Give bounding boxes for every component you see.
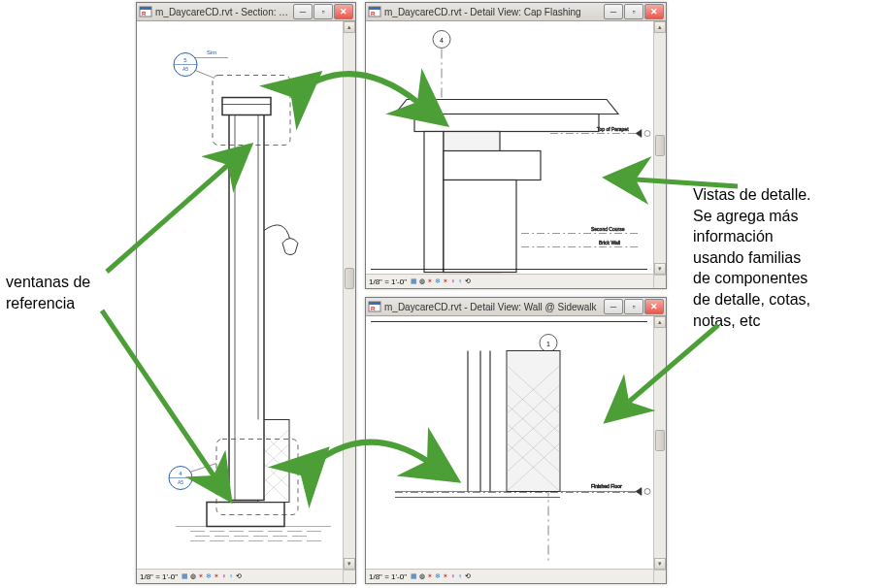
maximize-button[interactable]: ▫ [624,299,643,314]
svg-rect-34 [229,114,264,501]
scrollbar-vertical[interactable]: ▴ ▾ [653,316,666,570]
statusbar-cap: 1/8" = 1'-0" ▦◍✶❄✶♀♀⟲ [366,274,653,288]
svg-rect-59 [414,114,599,132]
scale-text: 1/8" = 1'-0" [140,572,178,581]
wall-drawing: 1 Finished Floor [366,316,653,570]
titlebar-cap[interactable]: R m_DaycareCD.rvt - Detail View: Cap Fla… [366,3,666,21]
scrollbar-vertical[interactable]: ▴ ▾ [343,21,355,570]
svg-rect-73 [369,302,380,305]
wall-viewport[interactable]: 1 Finished Floor [366,316,653,570]
svg-text:1: 1 [546,341,550,347]
resize-corner[interactable] [653,570,666,583]
scale-text: 1/8" = 1'-0" [369,572,407,581]
revit-icon: R [139,5,152,18]
scroll-thumb[interactable] [655,135,665,156]
resize-corner[interactable] [653,275,666,288]
window-detail-cap: R m_DaycareCD.rvt - Detail View: Cap Fla… [365,2,667,289]
cap-viewport[interactable]: 4 Top of Parapet Second Course Bric [366,21,653,275]
svg-text:R: R [371,11,376,16]
scroll-up-icon[interactable]: ▴ [654,316,666,328]
view-control-bar[interactable]: ▦◍✶❄✶♀♀⟲ [411,572,471,580]
svg-text:R: R [142,11,147,16]
revit-icon: R [368,300,381,313]
title-section: m_DaycareCD.rvt - Section: Ty... [155,7,292,17]
title-wall: m_DaycareCD.rvt - Detail View: Wall @ Si… [384,302,603,312]
svg-rect-24 [207,503,284,527]
resize-corner[interactable] [343,570,355,583]
svg-text:Top of Parapet: Top of Parapet [597,126,629,132]
title-cap: m_DaycareCD.rvt - Detail View: Cap Flash… [384,7,603,17]
svg-line-51 [190,464,216,473]
cap-drawing: 4 Top of Parapet Second Course Bric [366,21,653,275]
window-detail-wall: R m_DaycareCD.rvt - Detail View: Wall @ … [365,297,667,584]
svg-rect-60 [424,132,444,273]
svg-rect-82 [507,351,560,492]
annotation-right-text: Vistas de detalle. Se agrega más informa… [693,186,811,329]
scroll-thumb[interactable] [655,430,665,451]
scroll-up-icon[interactable]: ▴ [344,21,355,33]
minimize-button[interactable]: ─ [604,299,623,314]
annotation-right: Vistas de detalle. Se agrega más informa… [693,184,882,331]
titlebar-section[interactable]: R m_DaycareCD.rvt - Section: Ty... ─ ▫ ✕ [137,3,355,21]
scrollbar-vertical[interactable]: ▴ ▾ [653,21,666,275]
svg-text:A5: A5 [182,66,188,72]
svg-text:Brick Wall: Brick Wall [599,240,620,245]
close-button[interactable]: ✕ [644,4,664,19]
section-viewport[interactable]: 5 A5 Sim 4 A5 [137,21,343,570]
revit-icon: R [368,5,381,18]
scale-text: 1/8" = 1'-0" [369,278,407,286]
scroll-down-icon[interactable]: ▾ [654,558,666,570]
close-button[interactable]: ✕ [644,299,664,314]
scroll-up-icon[interactable]: ▴ [654,21,666,33]
svg-point-66 [644,131,650,137]
maximize-button[interactable]: ▫ [624,4,643,19]
view-control-bar[interactable]: ▦◍✶❄✶♀♀⟲ [411,278,471,285]
scroll-down-icon[interactable]: ▾ [344,558,355,570]
scroll-down-icon[interactable]: ▾ [654,263,666,275]
svg-rect-1 [140,7,151,10]
svg-text:A5: A5 [178,479,183,485]
annotation-left-text: ventanas de referencia [6,274,90,311]
window-section: R m_DaycareCD.rvt - Section: Ty... ─ ▫ ✕ [136,2,356,584]
svg-text:Sim: Sim [207,49,216,55]
titlebar-wall[interactable]: R m_DaycareCD.rvt - Detail View: Wall @ … [366,298,666,316]
svg-point-96 [644,489,650,495]
svg-rect-62 [444,151,541,180]
svg-text:Second Course: Second Course [591,226,625,232]
minimize-button[interactable]: ─ [293,4,313,19]
scroll-thumb[interactable] [345,268,354,289]
svg-text:4: 4 [440,37,444,44]
close-button[interactable]: ✕ [334,4,353,19]
statusbar-wall: 1/8" = 1'-0" ▦◍✶❄✶♀♀⟲ [366,569,653,583]
svg-rect-63 [444,180,516,273]
svg-rect-54 [369,7,380,10]
minimize-button[interactable]: ─ [604,4,623,19]
section-drawing: 5 A5 Sim 4 A5 [137,21,343,570]
svg-text:Finished Floor: Finished Floor [591,483,622,489]
svg-line-46 [195,71,214,79]
view-control-bar[interactable]: ▦◍✶❄✶♀♀⟲ [181,572,242,580]
maximize-button[interactable]: ▫ [313,4,333,19]
svg-text:R: R [371,306,376,311]
statusbar-section: 1/8" = 1'-0" ▦◍✶❄✶♀♀⟲ [137,569,343,583]
svg-rect-37 [222,98,271,115]
annotation-left: ventanas de referencia [6,272,132,313]
